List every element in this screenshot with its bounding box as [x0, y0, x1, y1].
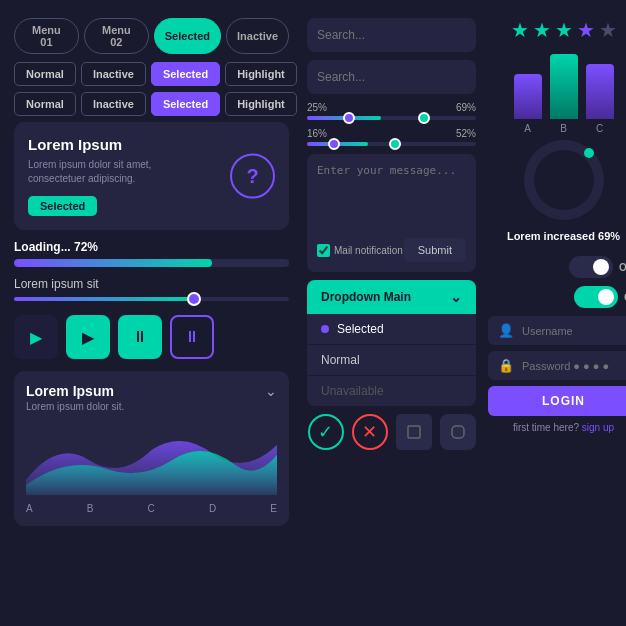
- username-input[interactable]: [522, 325, 626, 337]
- button-row-1: Normal Inactive Selected Highlight: [14, 62, 289, 86]
- first-time-label: first time here?: [513, 422, 579, 433]
- bar-group-a: A: [514, 74, 542, 134]
- dropdown-item-normal[interactable]: Normal: [307, 345, 476, 376]
- question-circle: ?: [230, 154, 275, 199]
- bar-a: [514, 74, 542, 119]
- media-pause-teal[interactable]: ⏸: [118, 315, 162, 359]
- mail-notification-label[interactable]: Mail notification: [317, 244, 403, 257]
- slider-pct-right-1: 69%: [456, 102, 476, 113]
- range-thumb-right-1[interactable]: [418, 112, 430, 124]
- dropdown-item-unavailable: Unavailable: [307, 376, 476, 406]
- btn-inactive-2[interactable]: Inactive: [81, 92, 146, 116]
- lorem-card-title: Lorem Ipsum: [28, 136, 275, 153]
- dial-value: 69%: [598, 230, 620, 242]
- slider-track[interactable]: [14, 297, 289, 301]
- login-form: 👤 🔒 LOGIN first time here? sign up: [488, 316, 626, 433]
- mid-column: 🔍 🔍 25% 69%: [299, 18, 484, 608]
- dial-section: [488, 140, 626, 220]
- chart-label-c: C: [148, 503, 155, 514]
- lorem-card: Lorem Ipsum Lorem ipsum dolor sit amet, …: [14, 122, 289, 230]
- star-5: ★: [599, 18, 617, 42]
- toggle-off-row: OFF: [488, 256, 626, 278]
- username-field: 👤: [488, 316, 626, 345]
- toggle-off-label: OFF: [619, 262, 626, 273]
- password-input[interactable]: [522, 360, 626, 372]
- chevron-down-icon: ⌄: [450, 289, 462, 305]
- sign-up-link[interactable]: sign up: [582, 422, 614, 433]
- mail-notification-checkbox[interactable]: [317, 244, 330, 257]
- dial-text: Lorem increased: [507, 230, 595, 242]
- search-bar-1: 🔍: [307, 18, 476, 52]
- check-icon-button[interactable]: ✓: [308, 414, 344, 450]
- tab-menu02[interactable]: Menu 02: [84, 18, 149, 54]
- btn-normal-1[interactable]: Normal: [14, 62, 76, 86]
- slider-fill: [14, 297, 193, 301]
- lorem-card-body: Lorem ipsum dolor sit amet, consectetuer…: [28, 158, 178, 186]
- star-3: ★: [555, 18, 573, 42]
- message-box: Mail notification Submit: [307, 154, 476, 272]
- media-play-dark[interactable]: ▶: [14, 315, 58, 359]
- dial-outer[interactable]: [524, 140, 604, 220]
- btn-normal-2[interactable]: Normal: [14, 92, 76, 116]
- lorem-card-button[interactable]: Selected: [28, 196, 97, 216]
- dial-inner: [534, 150, 594, 210]
- bar-label-b: B: [560, 123, 567, 134]
- submit-button[interactable]: Submit: [404, 238, 466, 262]
- search-bar-2: 🔍: [307, 60, 476, 94]
- loading-section: Loading... 72%: [14, 240, 289, 267]
- btn-highlight-2[interactable]: Highlight: [225, 92, 297, 116]
- range-track-2[interactable]: [307, 142, 476, 146]
- rounded-square-icon-button[interactable]: [440, 414, 476, 450]
- search-input-1[interactable]: [307, 19, 476, 51]
- right-column: ★ ★ ★ ★ ★ A B C: [484, 18, 626, 608]
- slider-thumb[interactable]: [187, 292, 201, 306]
- slider-row-2: 16% 52%: [307, 128, 476, 146]
- star-4: ★: [577, 18, 595, 42]
- tab-menu01[interactable]: Menu 01: [14, 18, 79, 54]
- first-time-text: first time here? sign up: [488, 422, 626, 433]
- btn-selected-2[interactable]: Selected: [151, 92, 220, 116]
- chart-label-a: A: [26, 503, 33, 514]
- slider-pct-left-1: 25%: [307, 102, 327, 113]
- media-row: ▶ ▶ ⏸ ⏸: [14, 315, 289, 359]
- dial-label: Lorem increased 69%: [488, 230, 626, 242]
- range-thumb-right-2[interactable]: [389, 138, 401, 150]
- range-track-1[interactable]: [307, 116, 476, 120]
- loading-text: Loading...: [14, 240, 71, 254]
- chevron-down-icon[interactable]: ⌄: [265, 383, 277, 399]
- slider-row-1: 25% 69%: [307, 102, 476, 120]
- login-button[interactable]: LOGIN: [488, 386, 626, 416]
- toggle-off[interactable]: [569, 256, 613, 278]
- square-icon-button[interactable]: [396, 414, 432, 450]
- message-textarea[interactable]: [317, 164, 466, 234]
- message-footer: Mail notification Submit: [317, 238, 466, 262]
- chart-label-b: B: [87, 503, 94, 514]
- btn-highlight-1[interactable]: Highlight: [225, 62, 297, 86]
- media-pause-purple[interactable]: ⏸: [170, 315, 214, 359]
- loading-label: Loading... 72%: [14, 240, 289, 254]
- sliders-mid: 25% 69% 16% 52%: [307, 102, 476, 146]
- btn-inactive-1[interactable]: Inactive: [81, 62, 146, 86]
- svg-rect-1: [452, 426, 464, 438]
- range-thumb-left-2[interactable]: [328, 138, 340, 150]
- search-input-2[interactable]: [307, 61, 476, 93]
- dropdown-header[interactable]: Dropdown Main ⌄: [307, 280, 476, 314]
- media-play-teal[interactable]: ▶: [66, 315, 110, 359]
- range-thumb-left-1[interactable]: [343, 112, 355, 124]
- toggle-on[interactable]: [574, 286, 618, 308]
- chart-area: [26, 420, 277, 495]
- star-2: ★: [533, 18, 551, 42]
- user-icon: 👤: [498, 323, 514, 338]
- chart-labels: A B C D E: [26, 503, 277, 514]
- x-icon-button[interactable]: ✕: [352, 414, 388, 450]
- mail-notification-text: Mail notification: [334, 245, 403, 256]
- progress-fill: [14, 259, 212, 267]
- btn-selected-1[interactable]: Selected: [151, 62, 220, 86]
- tab-inactive[interactable]: Inactive: [226, 18, 289, 54]
- dropdown-item-selected[interactable]: Selected: [307, 314, 476, 345]
- bar-group-b: B: [550, 54, 578, 134]
- progress-bar: [14, 259, 289, 267]
- icon-buttons-row: ✓ ✕: [307, 414, 476, 450]
- tab-selected[interactable]: Selected: [154, 18, 221, 54]
- chart-label-d: D: [209, 503, 216, 514]
